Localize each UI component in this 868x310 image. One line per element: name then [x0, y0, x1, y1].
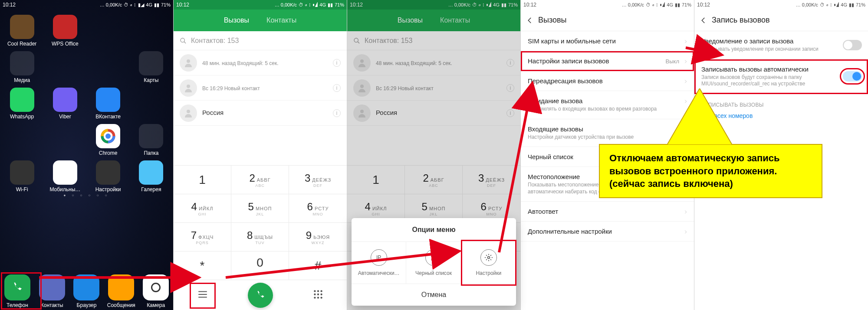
- highlight-phone-app: [1, 272, 42, 310]
- switch-on[interactable]: [843, 71, 862, 82]
- dock-браузер[interactable]: Браузер: [69, 273, 104, 308]
- key-5[interactable]: 5МНОПJKL: [231, 194, 289, 222]
- status-bar: 10:12 … 0,00K/c⏱ ↺ ⫶ ▮◢4G▮▮71%: [521, 0, 694, 10]
- svg-point-13: [314, 293, 316, 295]
- app-wi-fi[interactable]: Wi-Fi: [1, 159, 43, 193]
- call-log-item[interactable]: 48 мин. назад Входящий: 5 сек. i: [174, 50, 347, 75]
- tab-contacts[interactable]: Контакты: [266, 16, 296, 24]
- app-галерея[interactable]: Галерея: [130, 159, 172, 193]
- status-bar: 10:12 … 0,00K/c ⏱ ↺ ⫶ ▮◢ 4G ▮▮ 71%: [0, 0, 173, 10]
- call-log-item[interactable]: Вс 16:29 Новый контакт i: [174, 75, 347, 101]
- svg-line-24: [431, 255, 436, 260]
- svg-point-17: [317, 297, 319, 298]
- annotation-callout: Отключаем автоматическую запись вызовов …: [599, 144, 822, 198]
- popup-blacklist[interactable]: Черный список: [406, 242, 461, 284]
- block-icon: [425, 249, 442, 266]
- app-wps office[interactable]: WPS Office: [44, 13, 86, 47]
- chevron-right-icon: [684, 229, 688, 235]
- chevron-right-icon: [684, 78, 688, 85]
- key-#[interactable]: #: [289, 251, 347, 280]
- svg-point-12: [320, 290, 322, 292]
- svg-point-7: [187, 59, 190, 63]
- avatar-icon: [180, 79, 197, 97]
- chevron-right-icon: [684, 39, 688, 45]
- key-*[interactable]: *: [174, 251, 231, 280]
- app-карты[interactable]: Карты: [130, 49, 172, 83]
- search-input[interactable]: Контактов: 153: [174, 31, 347, 50]
- call-button[interactable]: [248, 283, 273, 308]
- app-whatsapp[interactable]: WhatsApp: [1, 86, 43, 120]
- search-icon: [180, 37, 187, 44]
- info-icon[interactable]: i: [333, 84, 341, 92]
- app-медиа[interactable]: Медиа: [1, 49, 43, 83]
- back-icon[interactable]: [526, 16, 534, 24]
- home-screen: 10:12 … 0,00K/c ⏱ ↺ ⫶ ▮◢ 4G ▮▮ 71% Cool …: [0, 0, 174, 310]
- svg-point-4: [105, 134, 111, 139]
- popup-cancel[interactable]: Отмена: [352, 284, 516, 306]
- svg-point-15: [320, 293, 322, 295]
- options-popup: Опции меню IP Автоматически… Черный спис…: [352, 218, 516, 306]
- dial-pad: 12АБВГABC3ДЕЁЖЗDEF4ИЙКЛGHI5МНОПJKL6РСТУM…: [174, 165, 347, 280]
- popup-auto-ip[interactable]: IP Автоматически…: [352, 242, 406, 284]
- settings-header: Вызовы: [521, 10, 694, 31]
- dialer-screen: 10:12 … 0,00K/c⏱ ↺ ⫶ ▮◢4G▮▮71% Вызовы Ко…: [174, 0, 347, 310]
- svg-point-5: [181, 38, 184, 42]
- info-icon[interactable]: i: [333, 59, 341, 67]
- svg-point-11: [317, 290, 319, 292]
- highlight-settings-option: [461, 240, 516, 286]
- dock-сообщения[interactable]: Сообщения: [104, 273, 138, 308]
- key-1[interactable]: 1: [174, 165, 231, 194]
- svg-point-16: [314, 297, 316, 298]
- status-bar: 10:12 … 0,00K/c⏱ ↺ ⫶ ▮◢4G▮▮71%: [174, 0, 347, 10]
- app-chrome[interactable]: Chrome: [87, 122, 129, 156]
- app-настройки[interactable]: Настройки: [87, 159, 129, 193]
- app-cool reader[interactable]: Cool Reader: [1, 13, 43, 47]
- key-7[interactable]: 7ФХЦЧPQRS: [174, 222, 231, 251]
- svg-point-8: [187, 85, 190, 88]
- battery-icon: ▮▮: [154, 2, 159, 8]
- key-3[interactable]: 3ДЕЁЖЗDEF: [289, 165, 347, 194]
- status-bar: 10:12 … 0,00K/c⏱ ↺ ⫶ ▮◢4G▮▮71%: [694, 0, 868, 10]
- avatar-icon: [180, 54, 197, 72]
- app-папка[interactable]: Папка: [130, 122, 172, 156]
- dock-камера[interactable]: Камера: [138, 273, 173, 308]
- svg-point-14: [317, 293, 319, 295]
- svg-line-6: [184, 42, 186, 43]
- app-вконтакте[interactable]: ВКонтакте: [87, 86, 129, 120]
- svg-point-10: [314, 290, 316, 292]
- key-2[interactable]: 2АБВГABC: [231, 165, 289, 194]
- status-time: 10:12: [3, 2, 16, 8]
- dialpad-toggle[interactable]: [312, 289, 324, 302]
- app-viber[interactable]: Viber: [44, 86, 86, 120]
- key-6[interactable]: 6РСТУMNO: [289, 194, 347, 222]
- info-icon[interactable]: i: [333, 109, 341, 117]
- app-мобильны…[interactable]: Мобильны…: [44, 159, 86, 193]
- svg-marker-26: [667, 88, 732, 145]
- svg-point-18: [320, 297, 322, 298]
- setting-record-notification[interactable]: Уведомление о записи вызова Показывать у…: [694, 31, 868, 59]
- settings-header: Запись вызовов: [694, 10, 868, 31]
- call-log-item[interactable]: Россия i: [174, 101, 347, 126]
- signal-icon: ▮◢: [138, 2, 144, 8]
- setting-row[interactable]: Дополнительные настройки: [521, 222, 694, 241]
- chevron-right-icon: [684, 59, 688, 65]
- tab-calls[interactable]: Вызовы: [224, 16, 249, 24]
- setting-row[interactable]: Автоответ: [521, 202, 694, 222]
- back-icon[interactable]: [700, 16, 707, 24]
- page-indicator: ● ○ ○ ○ ○ ○: [0, 193, 173, 197]
- svg-point-9: [187, 110, 190, 113]
- key-9[interactable]: 9ЬЭЮЯWXYZ: [289, 222, 347, 251]
- dialer-tabs: Вызовы Контакты: [174, 10, 347, 31]
- popup-title: Опции меню: [352, 218, 516, 242]
- chevron-right-icon: [684, 209, 688, 215]
- avatar-icon: [180, 104, 197, 122]
- setting-row[interactable]: Настройки записи вызововВыкл: [521, 51, 694, 71]
- setting-row[interactable]: SIM карты и мобильные сети: [521, 31, 694, 51]
- ip-icon: IP: [371, 249, 387, 266]
- key-4[interactable]: 4ИЙКЛGHI: [174, 194, 231, 222]
- highlight-menu-button: [190, 283, 216, 309]
- switch-off[interactable]: [843, 40, 862, 50]
- dialer-menu-screen: 10:12 … 0,00K/c⏱ ↺ ⫶ ▮◢4G▮▮71% Вызовы Ко…: [347, 0, 521, 310]
- key-0[interactable]: 0+: [231, 251, 289, 280]
- key-8[interactable]: 8ШЩЪЫTUV: [231, 222, 289, 251]
